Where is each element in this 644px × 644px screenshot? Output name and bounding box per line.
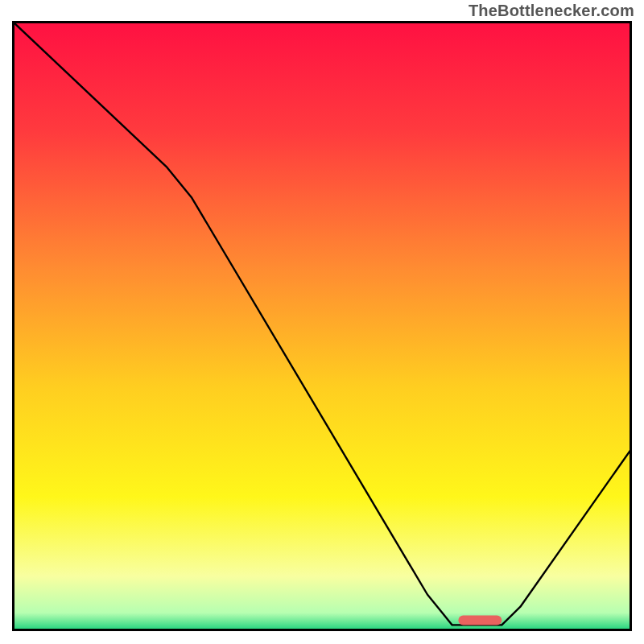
- optimal-range-marker: [458, 615, 502, 625]
- watermark-text: TheBottlenecker.com: [469, 2, 634, 20]
- gradient-background: [12, 21, 632, 631]
- chart-container: [12, 21, 632, 631]
- bottleneck-chart: [12, 21, 632, 631]
